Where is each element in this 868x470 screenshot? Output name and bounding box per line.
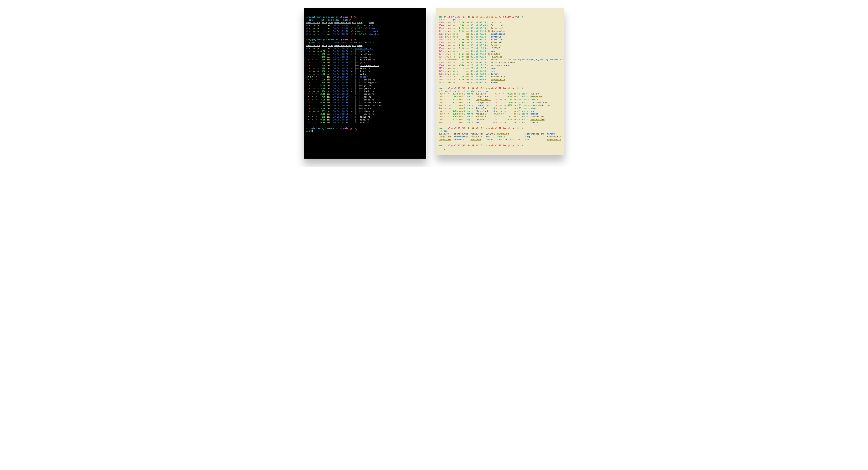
tree-row: drwxr-xr-x - ces 30 Jul 08:30 -- ├── ren… (306, 76, 424, 79)
grid-row: .rw-r--r-- 10k ces 1 hour Cargo.lock .rw… (439, 95, 562, 98)
repo-row: drwxr-xr-x - ces 30 Jul 09:20 -I - maste… (306, 30, 424, 33)
tree-row: .rw-r--r-- 9.1k ces 30 Jul 08:30 -- ├── … (306, 119, 424, 121)
list-row: 0644 .rw-r--r-- 1.1k ces 28 Jul 10:20 --… (439, 47, 562, 50)
prompt-line: eza on ⎇ pr-1190 [$?] is 📦 v0.10.1 via 🦀… (439, 15, 562, 19)
grid-row: drwxr-xr-x - ces 2 hours devtools drwxr-… (439, 107, 562, 110)
tree-row: drwxr-xr-x - ces 30 Jul 08:30 -- eza/src… (306, 47, 424, 50)
grid-row: Cargo.toml devtools Justfile old.txt rus… (439, 138, 562, 141)
grid-row: drwxr-xr-x - ces 2 hours completions .rw… (439, 104, 562, 107)
grid-row: build.rs changes.txt flake.lock LICENCE … (439, 133, 562, 135)
tree-row: .rw-r--r-- 3.1k ces 30 Jul 08:30 -- │ └─… (306, 113, 424, 116)
tree-row: .rw-r--r-- 4.0k ces 30 Jul 08:30 -- │ ├─… (306, 84, 424, 87)
command-line[interactable]: + ❯ (439, 147, 562, 150)
list-row: 0644 .rw-r--r-- 2.6k ces 30 Jul 06:34 --… (439, 44, 562, 47)
tree-row: .rw-r--r-- 999 ces 30 Jul 08:30 -- │ ├──… (306, 82, 424, 84)
list-row: 0644 .rw-r--r-- 3.7k ces 30 Jul 05:34 --… (439, 21, 562, 24)
list-row: 0755 drwxr-xr-x - ces 30 Jul 06:34 -- co… (439, 33, 562, 36)
command-line[interactable]: + ❯ (306, 130, 424, 133)
tree-row: .rw-r--r-- 8.5k ces 30 Jul 08:30 -- ├── … (306, 50, 424, 53)
tree-row: .rw-r--r-- 968 ces 30 Jul 08:30 -- ├── l… (306, 70, 424, 73)
prompt-line: src/git/test-git-repos on ⎇ main [$!?↑] (306, 38, 424, 41)
repo-row: drwxr-xr-x - ces 30 Jul 08:42 -I | v1.15… (306, 33, 424, 36)
tree-row: .rw-r--r-- 15k ces 30 Jul 08:30 -- ├── f… (306, 59, 424, 61)
tree-row: .rw-r--r-- 1.2k ces 30 Jul 08:30 -- │ ├─… (306, 79, 424, 82)
list-row: 0755 drwxr-xr-x - ces 30 Jul 06:34 -- xt… (439, 81, 562, 84)
list-row: 0644 .rw-r--r-- 2.2k ces 30 Jul 07:10 --… (439, 27, 562, 30)
list-row: 0755 drwxr-xr-x - ces 29 Jul 17:17 -- sn… (439, 67, 562, 70)
prompt-line: eza on ⎇ pr-1190 [$?] is 📦 v0.10.1 via 🦀… (439, 144, 562, 147)
grid-row: drwxr-xr-x - ces 2 hours man drwxr-xr-x … (439, 121, 562, 124)
tree-row: .rw-r--r-- 770 ces 30 Jul 08:30 -- │ ├──… (306, 96, 424, 98)
tree-row: .rw-r--r-- 17k ces 30 Jul 08:30 -- ├── i… (306, 67, 424, 70)
repo-row: drwxr-xr-x - ces 30 Jul 09:19 -I - pr-11… (306, 24, 424, 27)
list-row: 0644 .rw-r--r-- 6.1k ces 30 Jul 05:05 --… (439, 78, 562, 81)
tree-row: .rw-r--r-- 19k ces 30 Jul 08:30 -- ├── d… (306, 53, 424, 56)
tree-row: .rw-r--r-- 17k ces 30 Jul 08:30 -- ├── t… (306, 116, 424, 119)
grid-row: .rw-r--r-- 2.2k ces 1 hour Cargo.toml lr… (439, 98, 562, 101)
list-row: 0755 drwxr-xr-x - ces 30 Jul 05:04 -I ta… (439, 73, 562, 76)
tree-row: .rw-r--r-- 2.0k ces 30 Jul 08:30 -- ├── … (306, 61, 424, 64)
list-row: 0644 .rw-r--r-- 117 ces 30 Jul 06:34 -- … (439, 75, 562, 78)
grid-row: .rw-r--r-- 3.7k ces 3 hours build.rs .rw… (439, 93, 562, 95)
tree-row: .rw-r--r-- 3.7k ces 30 Jul 08:30 -- │ ├─… (306, 87, 424, 90)
cursor (444, 147, 445, 150)
tree-row: .rw-r--r-- 5.6k ces 30 Jul 08:30 -- │ ├─… (306, 107, 424, 110)
list-row: 0644 .rw-r--r-- 9.9k ces 30 Jul 06:34 --… (439, 56, 562, 59)
prompt-line: src/git/test-git-repos on ⎇ main [$!?↑] (306, 127, 424, 130)
grid-row: .rw-r--r-- 2.6k ces 2 hours Justfile .rw… (439, 116, 562, 118)
command-line[interactable]: ❯ eza -l --git --git-repos --header (306, 19, 424, 22)
command-line[interactable]: ❯ eza -l --git -o (439, 19, 562, 21)
tree-row: .rw-r--r-- 1.5k ces 30 Jul 08:30 -- │ ├─… (306, 104, 424, 107)
tree-row: .rw-r--r-- 2.1k ces 30 Jul 08:30 -- │ ├─… (306, 93, 424, 96)
prompt-line: src/git/test-git-repos on ⎇ main [$!?↑] (306, 16, 424, 19)
tree-row: .rw-r--r-- 1.4k ces 30 Jul 08:30 -- ├── … (306, 73, 424, 76)
table-header: Permissions Size User Date Modified Git … (306, 21, 424, 24)
tree-row: .rw-r--r-- 564 ces 30 Jul 08:30 -- │ ├──… (306, 90, 424, 93)
list-row: 0755 drwxr-xr-x - ces 30 Jul 06:34 -- de… (439, 36, 562, 38)
command-line[interactable]: + ❯ eza (439, 130, 562, 133)
grid-row: .rw-r--r-- 9.1k ces 1 hour changes.txt .… (439, 101, 562, 104)
tree-row: .rw-r--r-- 9.5k ces 30 Jul 08:30 -- └── … (306, 121, 424, 124)
tree-row: .rw-r--r-- 10k ces 30 Jul 08:30 -- ├── g… (306, 64, 424, 67)
prompt-line: eza on ⎇ pr-1190 [$?] is 📦 v0.10.1 via 🦀… (439, 87, 562, 90)
list-row: 0644 .rw-r--r-- 455k ces 29 Jul 17:17 --… (439, 64, 562, 67)
grid-row: .rw-r--r-- 1.1k ces 1 day LICENCE .rw-r-… (439, 118, 562, 121)
terminal-dark[interactable]: src/git/test-git-repos on ⎇ main [$!?↑]❯… (304, 8, 427, 159)
grid-row: .rw-r--r-- 1.9k ces 2 hours flake.nix dr… (439, 113, 562, 116)
terminal-light[interactable]: eza on ⎇ pr-1190 [$?] is 📦 v0.10.1 via 🦀… (436, 8, 564, 155)
list-row: 0755 drwxr-xr-x - ces 30 Jul 05:34 -- sr… (439, 70, 562, 73)
cursor (312, 130, 313, 132)
list-row: 0644 .rw-r--r-- 10k ces 30 Jul 06:40 -- … (439, 24, 562, 27)
tree-row: .rw-r--r-- 9.6k ces 30 Jul 08:30 -- │ ├─… (306, 101, 424, 104)
grid-row: .rw-r--r-- 5.3k ces 2 hours flake.lock d… (439, 110, 562, 113)
prompt-line: eza on ⎇ pr-1190 [$?] is 📦 v0.10.1 via 🦀… (439, 127, 562, 130)
list-row: 0777 lrwxrwxrwx 54 ces 29 Jul 18:36 -- r… (439, 58, 562, 61)
tree-row: .rw-r--r-- 845 ces 30 Jul 08:30 -- ├── e… (306, 56, 424, 59)
tree-row: .rw-r--r-- 4.2k ces 30 Jul 08:30 -- │ ├─… (306, 98, 424, 101)
command-line[interactable]: + ❯ eza -l --grid --time-style relative (439, 90, 562, 93)
list-row: 0644 .rw-r--r-- 1.9k ces 30 Jul 06:34 --… (439, 41, 562, 44)
table-header: Permissions Size User Date Modified Git … (306, 44, 424, 47)
list-row: 0644 .rw-r--r-- 5.3k ces 30 Jul 06:34 --… (439, 38, 562, 41)
tree-row: .rw-r--r-- 731 ces 30 Jul 08:30 -- │ ├──… (306, 110, 424, 113)
list-row: 0755 drwxr-xr-x - ces 30 Jul 06:34 -- ma… (439, 50, 562, 53)
list-row: 0644 .rw-r--r-- 126 ces 30 Jul 06:34 -- … (439, 61, 562, 64)
repo-row: drwxr-xr-x - ces 30 Jul 09:18 -I | v6.5-… (306, 27, 424, 30)
list-row: 0644 .rw-r--r-- 9.1k ces 30 Jul 07:14 -N… (439, 30, 562, 33)
grid-row: Cargo.lock completions flake.nix man res… (439, 135, 562, 138)
list-row: 0644 .rw-r--r-- 9.1k ces 30 Jul 07:14 -N… (439, 53, 562, 56)
command-line[interactable]: + ❯ eza -l --git -T --hyperlink --header… (306, 41, 424, 44)
